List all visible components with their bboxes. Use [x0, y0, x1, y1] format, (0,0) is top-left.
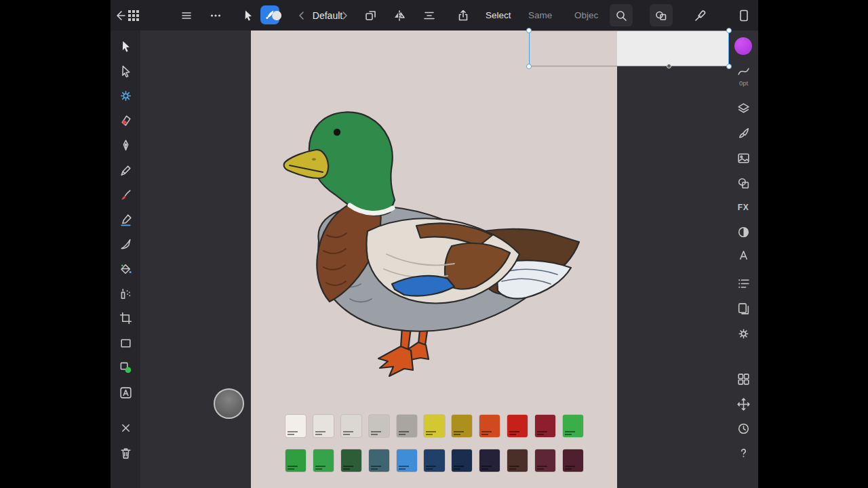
- color-swatch[interactable]: [479, 415, 500, 437]
- transform-panel-button[interactable]: [734, 394, 753, 413]
- color-swatch[interactable]: [507, 449, 528, 472]
- stroke-style-button[interactable]: [734, 62, 753, 81]
- fill-bucket-tool[interactable]: [115, 258, 136, 280]
- delete-button[interactable]: [115, 442, 136, 464]
- color-swatch[interactable]: [535, 449, 555, 472]
- swatch-label-line: [343, 431, 353, 432]
- knife-tool[interactable]: [115, 233, 136, 255]
- color-swatch[interactable]: [369, 415, 389, 437]
- shapes-panel-button[interactable]: [734, 174, 753, 192]
- gear-tool[interactable]: [115, 85, 136, 106]
- grid-panel-button[interactable]: [734, 369, 753, 388]
- plugins-button[interactable]: [734, 324, 753, 343]
- transform-button[interactable]: [359, 4, 382, 26]
- character-button[interactable]: [734, 245, 753, 264]
- color-swatch[interactable]: [313, 415, 334, 437]
- color-swatch[interactable]: [563, 415, 583, 437]
- back-button[interactable]: [114, 4, 127, 26]
- color-swatch[interactable]: [452, 415, 472, 437]
- select-object-button[interactable]: Objec: [574, 0, 601, 30]
- history-clock-icon: [736, 422, 751, 436]
- color-swatch[interactable]: [424, 415, 444, 437]
- inspector-panel: 0pt FX: [729, 30, 758, 488]
- node-tool[interactable]: [115, 60, 136, 82]
- menu-button[interactable]: [175, 4, 198, 26]
- color-swatch[interactable]: [397, 449, 417, 472]
- color-swatch[interactable]: [285, 449, 306, 472]
- brush-panel-button[interactable]: [734, 123, 753, 142]
- selection-handle[interactable]: [526, 28, 532, 33]
- apps-grid-button[interactable]: [127, 4, 140, 26]
- select-tool-icon: [119, 39, 133, 54]
- flip-button[interactable]: [388, 4, 411, 26]
- brush-panel-icon: [736, 126, 751, 140]
- image-panel-button[interactable]: [734, 148, 753, 167]
- rectangle-tool[interactable]: [115, 332, 136, 354]
- appearance-button[interactable]: [650, 4, 673, 26]
- paint-blob-button[interactable]: [265, 4, 288, 26]
- cursor-icon: [241, 9, 255, 22]
- layers-button[interactable]: [734, 99, 753, 118]
- duck-eye: [334, 129, 340, 136]
- swatch-label-line: [288, 431, 298, 432]
- preset-prev-button[interactable]: [295, 4, 309, 26]
- color-swatch[interactable]: [313, 449, 334, 472]
- color-swatch[interactable]: [341, 415, 361, 437]
- color-swatch[interactable]: [507, 415, 528, 437]
- page-button[interactable]: [732, 4, 755, 26]
- export-button[interactable]: [452, 4, 475, 26]
- swatch-label-line: [343, 434, 350, 435]
- pages-button[interactable]: [734, 299, 753, 318]
- swatch-label-line: [481, 431, 492, 432]
- align-button[interactable]: [418, 4, 441, 26]
- select-same-button[interactable]: Same: [528, 0, 552, 30]
- eraser-tool[interactable]: [115, 109, 136, 131]
- close-button[interactable]: [115, 417, 136, 439]
- cursor-mode-button[interactable]: [237, 4, 260, 26]
- color-swatch[interactable]: [397, 415, 417, 437]
- history-button[interactable]: [734, 419, 753, 438]
- selection-marquee[interactable]: [529, 30, 729, 66]
- swatch-label-line: [537, 466, 547, 467]
- adjustments-button[interactable]: [734, 222, 753, 241]
- crop-tool[interactable]: [115, 307, 136, 329]
- shapes-icon: [736, 176, 751, 190]
- crop-icon: [119, 311, 133, 325]
- eyedropper-icon: [694, 9, 707, 22]
- text-tool[interactable]: [115, 382, 136, 403]
- color-swatch[interactable]: [341, 449, 361, 472]
- select-tool[interactable]: [115, 35, 136, 57]
- help-icon: [736, 446, 751, 460]
- swatch-label-line: [315, 466, 326, 467]
- color-swatch[interactable]: [479, 449, 500, 472]
- color-swatch[interactable]: [563, 449, 583, 472]
- preset-next-button[interactable]: [338, 4, 351, 26]
- swatch-label-line: [537, 434, 544, 435]
- swatch-label-line: [565, 468, 572, 470]
- viewport-widget-button[interactable]: [214, 388, 244, 419]
- effects-button[interactable]: FX: [734, 198, 753, 217]
- paragraph-button[interactable]: [734, 274, 753, 293]
- color-swatch[interactable]: [369, 449, 389, 472]
- spray-tool[interactable]: [115, 283, 136, 304]
- pen-tool[interactable]: [115, 134, 136, 156]
- pencil-tool[interactable]: [115, 159, 136, 181]
- color-swatch[interactable]: [452, 449, 472, 472]
- selection-handle[interactable]: [526, 64, 532, 69]
- move-arrows-icon: [736, 397, 751, 411]
- shape-builder-tool[interactable]: [115, 357, 136, 378]
- help-button[interactable]: [734, 443, 753, 462]
- zoom-button[interactable]: [610, 4, 633, 26]
- fill-color-button[interactable]: [734, 37, 753, 56]
- marker-tool[interactable]: [115, 209, 136, 230]
- brush-tool[interactable]: [115, 184, 136, 206]
- color-swatch[interactable]: [424, 449, 444, 472]
- canvas-artboard[interactable]: [251, 30, 617, 488]
- color-swatch[interactable]: [285, 415, 306, 437]
- eyedropper-button[interactable]: [689, 4, 712, 26]
- color-swatch[interactable]: [535, 415, 555, 437]
- selection-handle[interactable]: [667, 64, 671, 68]
- eraser-icon: [119, 113, 133, 127]
- select-button[interactable]: Select: [486, 0, 511, 30]
- more-options-button[interactable]: [204, 4, 227, 26]
